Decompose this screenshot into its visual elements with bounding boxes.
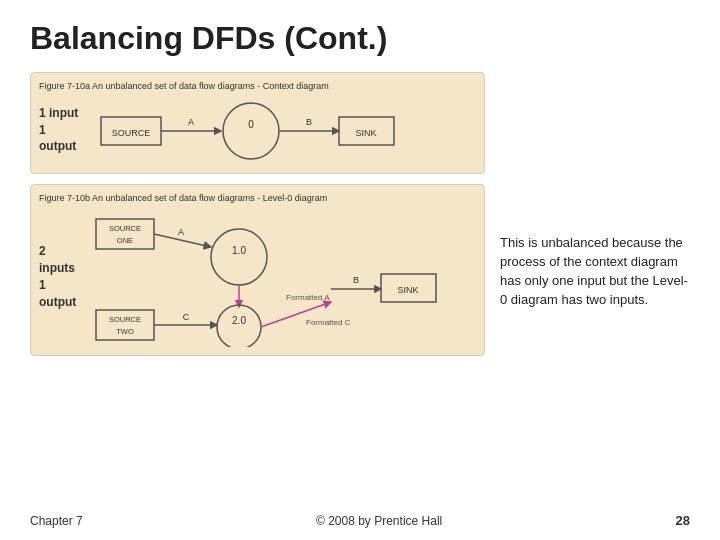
diagram-bottom: Figure 7-10b An unbalanced set of data f… <box>30 184 485 356</box>
svg-text:TWO: TWO <box>116 327 134 336</box>
footer: Chapter 7 © 2008 by Prentice Hall 28 <box>30 513 690 528</box>
io-label-bottom: 2 inputs1 output <box>39 243 81 310</box>
svg-text:Formatted A: Formatted A <box>286 293 330 302</box>
svg-text:SOURCE: SOURCE <box>109 315 141 324</box>
svg-text:SINK: SINK <box>355 128 376 138</box>
svg-text:0: 0 <box>248 119 254 130</box>
left-panel: Figure 7-10a An unbalanced set of data f… <box>30 72 485 472</box>
copyright-label: © 2008 by Prentice Hall <box>83 514 676 528</box>
context-diagram-svg: SOURCE A 0 B SINK <box>91 95 476 165</box>
chapter-label: Chapter 7 <box>30 514 83 528</box>
svg-text:B: B <box>353 275 359 285</box>
io-label-top: 1 input1 output <box>39 105 81 155</box>
svg-text:ONE: ONE <box>117 236 133 245</box>
slide-title: Balancing DFDs (Cont.) <box>30 20 690 57</box>
diagram-top: Figure 7-10a An unbalanced set of data f… <box>30 72 485 174</box>
svg-text:SOURCE: SOURCE <box>111 128 150 138</box>
svg-text:Formatted C: Formatted C <box>306 318 351 327</box>
svg-text:B: B <box>306 117 312 127</box>
page-number: 28 <box>676 513 690 528</box>
content-area: Figure 7-10a An unbalanced set of data f… <box>30 72 690 472</box>
svg-text:A: A <box>178 227 184 237</box>
svg-text:C: C <box>182 312 189 322</box>
svg-point-4 <box>223 103 279 159</box>
fig-label-top: Figure 7-10a An unbalanced set of data f… <box>39 81 476 91</box>
description-text: This is unbalanced because the process o… <box>500 234 690 309</box>
level0-diagram-svg: SOURCE ONE A 1.0 Formatted A 2.0 <box>91 207 476 347</box>
svg-text:A: A <box>188 117 194 127</box>
svg-text:2.0: 2.0 <box>232 315 246 326</box>
svg-text:SINK: SINK <box>397 285 418 295</box>
fig-label-bottom: Figure 7-10b An unbalanced set of data f… <box>39 193 476 203</box>
slide: Balancing DFDs (Cont.) Figure 7-10a An u… <box>0 0 720 540</box>
svg-text:SOURCE: SOURCE <box>109 224 141 233</box>
right-panel: This is unbalanced because the process o… <box>500 72 690 472</box>
svg-point-19 <box>217 305 261 347</box>
svg-text:1.0: 1.0 <box>232 245 246 256</box>
svg-point-15 <box>211 229 267 285</box>
